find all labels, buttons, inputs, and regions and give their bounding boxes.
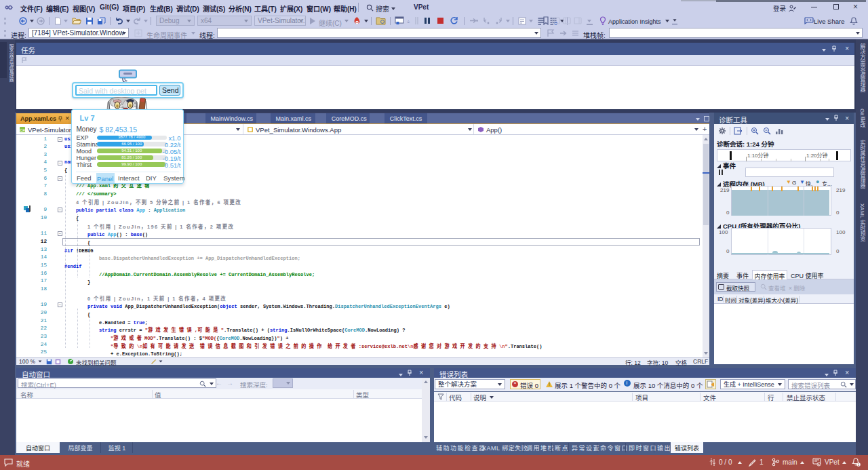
svg-text:C#: C#	[20, 128, 25, 132]
svg-text:1: 1	[857, 463, 859, 467]
